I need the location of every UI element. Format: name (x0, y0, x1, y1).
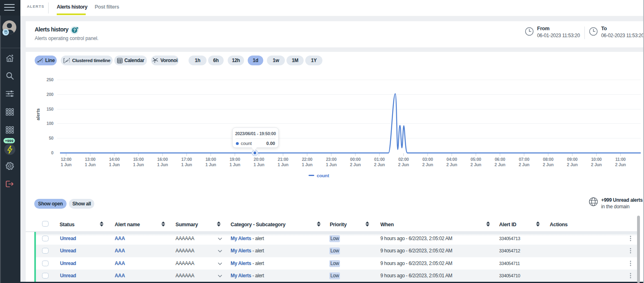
svg-text:?: ? (73, 28, 76, 33)
svg-text:+999: +999 (5, 139, 13, 143)
